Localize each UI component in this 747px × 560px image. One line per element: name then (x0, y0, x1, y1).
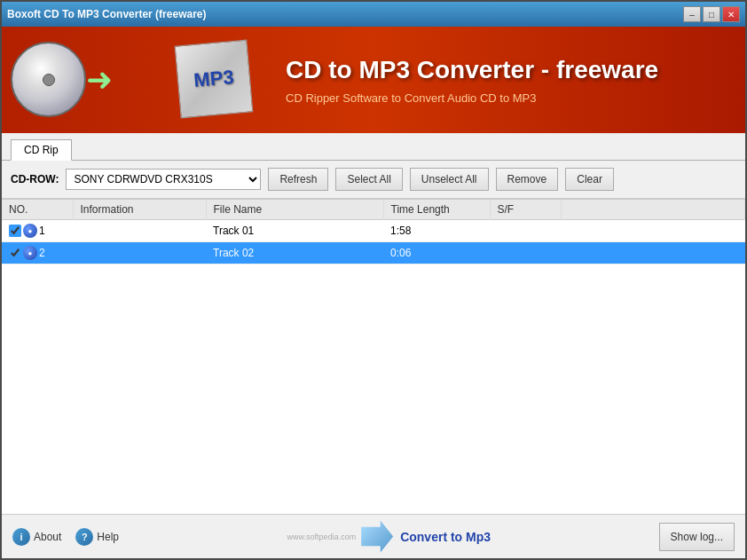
convert-arrow-icon (361, 521, 393, 553)
cd-row-bar: CD-ROW: SONY CDRWDVD CRX310S Refresh Sel… (2, 161, 745, 199)
track-checkbox[interactable] (9, 225, 21, 237)
mp3-label: MP3 (193, 66, 234, 92)
tracks-list: NO. Information File Name Time Length S/… (2, 200, 745, 264)
window-title: Boxoft CD To MP3 Converter (freeware) (7, 8, 206, 20)
help-icon: ? (75, 528, 93, 546)
cd-disc-icon (11, 42, 86, 117)
track-icon: ● (23, 246, 37, 260)
tabs-area: CD Rip (2, 133, 745, 161)
title-bar: Boxoft CD To MP3 Converter (freeware) – … (2, 2, 745, 27)
track-number: 2 (39, 247, 45, 259)
row-controls: ● 1 (9, 224, 66, 238)
clear-button[interactable]: Clear (565, 168, 614, 191)
mp3-box: MP3 (175, 40, 254, 119)
main-window: Boxoft CD To MP3 Converter (freeware) – … (0, 0, 747, 560)
header-subtitle: CD Ripper Software to Convert Audio CD t… (286, 91, 727, 105)
footer-left: i About ? Help (12, 528, 119, 546)
table-row: ● 1 Track 01 1:58 (2, 220, 745, 242)
header-title-area: CD to MP3 Converter - freeware CD Ripper… (268, 47, 745, 114)
track-checkbox[interactable] (9, 247, 21, 259)
cd-row-label: CD-ROW: (11, 173, 59, 185)
footer: i About ? Help www.softpedia.com Convert… (2, 514, 745, 558)
about-label: About (34, 531, 61, 543)
help-link[interactable]: ? Help (75, 528, 119, 546)
select-all-button[interactable]: Select All (335, 168, 402, 191)
main-content: CD-ROW: SONY CDRWDVD CRX310S Refresh Sel… (2, 161, 745, 514)
row-no-cell: ● 2 (2, 242, 73, 264)
arrow-icon: ➜ (86, 61, 113, 99)
show-log-button[interactable]: Show log... (659, 523, 735, 551)
minimize-button[interactable]: – (683, 6, 701, 22)
maximize-button[interactable]: □ (703, 6, 720, 22)
tab-cd-rip[interactable]: CD Rip (11, 139, 72, 161)
window-controls: – □ ✕ (683, 6, 740, 22)
row-no-cell: ● 1 (2, 220, 73, 242)
logo-area: ➜ MP3 (2, 27, 268, 133)
row-controls: ● 2 (9, 246, 66, 260)
col-information: Information (73, 200, 206, 220)
about-link[interactable]: i About (12, 528, 61, 546)
convert-area[interactable]: Convert to Mp3 (361, 521, 491, 553)
unselect-all-button[interactable]: Unselect All (410, 168, 489, 191)
col-no: NO. (2, 200, 73, 220)
col-sf: S/F (490, 200, 561, 220)
track-icon: ● (23, 224, 37, 238)
track-sf (490, 242, 561, 264)
track-information (73, 220, 206, 242)
track-number: 1 (39, 225, 45, 237)
close-button[interactable]: ✕ (722, 6, 740, 22)
convert-button[interactable]: Convert to Mp3 (400, 530, 491, 544)
track-information (73, 242, 206, 264)
footer-center: www.softpedia.com Convert to Mp3 (287, 521, 491, 553)
header-main-title: CD to MP3 Converter - freeware (286, 56, 727, 84)
track-table: NO. Information File Name Time Length S/… (2, 199, 745, 514)
cd-drive-select[interactable]: SONY CDRWDVD CRX310S (66, 169, 261, 190)
cd-hole (43, 74, 55, 86)
footer-right: Show log... (659, 523, 735, 551)
track-timelength: 1:58 (383, 220, 490, 242)
help-label: Help (97, 531, 119, 543)
remove-button[interactable]: Remove (496, 168, 559, 191)
col-timelength: Time Length (383, 200, 490, 220)
col-extra (561, 200, 745, 220)
header-banner: ➜ MP3 CD to MP3 Converter - freeware CD … (2, 27, 745, 133)
track-timelength: 0:06 (383, 242, 490, 264)
track-sf (490, 220, 561, 242)
col-filename: File Name (206, 200, 383, 220)
softpedia-watermark: www.softpedia.com (287, 532, 357, 541)
track-filename: Track 02 (206, 242, 383, 264)
table-header-row: NO. Information File Name Time Length S/… (2, 200, 745, 220)
track-filename: Track 01 (206, 220, 383, 242)
table-row: ● 2 Track 02 0:06 (2, 242, 745, 264)
info-icon: i (12, 528, 30, 546)
refresh-button[interactable]: Refresh (268, 168, 328, 191)
